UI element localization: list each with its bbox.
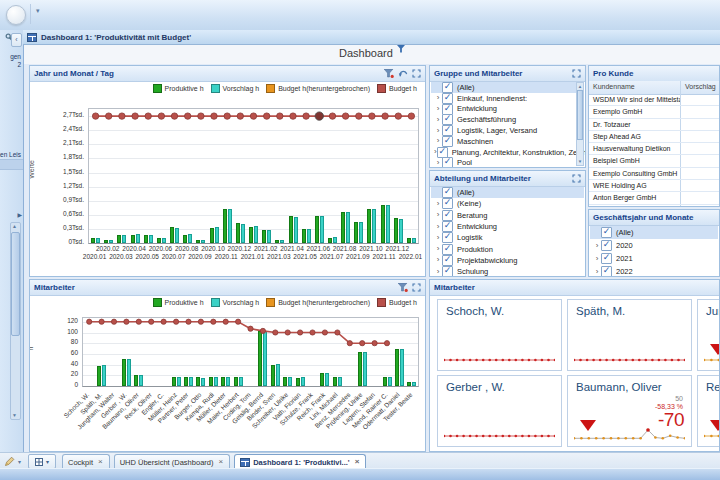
tab-list-button[interactable]: ▾ [28,454,56,469]
filter-icon[interactable] [398,283,408,292]
edit-pencil-icon[interactable] [3,455,16,468]
checkbox-checked[interactable]: ✓ [601,266,612,277]
expand-right-icon[interactable]: ▶ [17,211,22,218]
employee-card[interactable]: Gerber , W. [437,375,562,447]
employee-card[interactable]: Jungham, Walter [697,299,720,371]
checkbox-checked[interactable]: ✓ [601,253,612,264]
tree-item[interactable]: ›✓Entwicklung [431,104,576,115]
scroll-up-icon[interactable]: ▲ [577,83,583,90]
panel-header[interactable]: Mitarbeiter [430,280,719,296]
tree-item[interactable]: ›✓(Keine) [431,198,584,209]
tree-item[interactable]: ›✓Maschinen [431,136,576,147]
tab-uhd-übersicht-dashboard[interactable]: UHD Übersicht (Dashboard)× [114,454,230,469]
collapse-panel-button[interactable]: ‹ [11,33,22,47]
panel-mitarbeiter-cards: Mitarbeiter Schoch, W.Späth, M.Jungham, … [429,279,720,452]
x-axis-tick-label: 2020.04 [122,245,146,252]
checkbox-checked[interactable]: ✓ [442,266,453,277]
table-row[interactable]: Exemplo Consulting GmbH [589,168,719,180]
table-row[interactable]: Hausverwaltung Dietikon [589,143,719,155]
panel-header[interactable]: Geschäftsjahr und Monate [589,210,719,226]
edit-dropdown-icon[interactable]: ▾ [18,458,21,465]
legend-item: Produktive h [153,298,204,307]
tree-item[interactable]: ›✓2022 [590,265,718,277]
tree-item[interactable]: ›✓Geschäftsführung [431,114,576,125]
tree-item[interactable]: ›✓Schulung [431,266,584,277]
customer-name-cell: Exemplo GmbH [589,106,681,117]
close-icon[interactable]: × [98,458,103,466]
maximize-icon[interactable] [412,283,421,292]
maximize-icon[interactable] [572,174,581,183]
left-panel-scrollbar[interactable]: ▲ ▼ [10,222,21,420]
maximize-icon[interactable] [572,69,581,78]
tree-item-label: Entwicklung [457,104,497,113]
tree-item[interactable]: ›✓Projektabwicklung [431,255,584,266]
toolbar-dropdown-icon[interactable]: ▾ [36,7,40,15]
tab-cockpit[interactable]: Cockpit× [62,454,110,469]
tree-item[interactable]: ›✓Einkauf, Innendienst: [431,93,576,104]
y-axis-title: h [29,347,34,351]
tab-list-dropdown-icon: ▾ [46,458,49,465]
tree-item[interactable]: ›✓Logistik [431,232,584,243]
tree-item[interactable]: ›✓Entwicklung [431,221,584,232]
panel-header[interactable]: Jahr und Monat / Tag [30,66,425,82]
checkbox-checked[interactable]: ✓ [442,198,453,209]
scroll-down-icon[interactable]: ▼ [11,412,18,419]
filter-active-icon[interactable] [384,69,394,78]
y-axis-tick-label: 120 [36,317,78,324]
checkbox-checked[interactable]: ✓ [442,244,453,255]
tree-item[interactable]: ✓(Alle) [590,226,718,239]
tree-item[interactable]: ›✓2021 [590,252,718,265]
gruppe-scrollbar[interactable]: ▲ ▼ [576,82,584,166]
app-menu-button[interactable] [6,5,26,25]
chart-plot-area[interactable] [82,317,419,387]
tree-item[interactable]: ›✓2020 [590,239,718,252]
tree-item[interactable]: ›✓Pool [431,158,576,168]
filter-icon[interactable] [397,45,405,53]
dashboard-field-label[interactable]: Dashboard [339,47,393,59]
scroll-down-icon[interactable]: ▼ [577,158,583,165]
panel-header[interactable]: Mitarbeiter [30,280,425,296]
checkbox-checked[interactable]: ✓ [442,232,453,243]
employee-card[interactable]: Schoch, W. [437,299,562,371]
tree-item[interactable]: ✓(Alle) [431,82,576,93]
table-row[interactable]: Dr. Totzauer [589,119,719,131]
tree-item[interactable]: ›✓Logistik, Lager, Versand [431,125,576,136]
chart-plot-area[interactable] [88,108,419,244]
column-header-kundenname[interactable]: Kundenname [589,81,681,94]
tree-item[interactable]: ›✓Beratung [431,210,584,221]
table-row[interactable]: Exemplo GmbH [589,106,719,118]
selected-row-highlight[interactable] [0,159,23,170]
employee-card[interactable]: Reck, Oliver [697,375,720,447]
scroll-up-icon[interactable]: ▲ [11,223,18,230]
checkbox-checked[interactable]: ✓ [442,157,453,168]
employee-card[interactable]: Baumann, Oliver50-58,33 %-70 [567,375,692,447]
legend-label: Budget h(heruntergebrochen) [278,299,370,306]
scrollbar-thumb[interactable] [577,90,583,140]
checkbox-checked[interactable]: ✓ [601,240,612,251]
tree-item[interactable]: ›✓Planung, Architektur, Konstruktion, Ze… [431,147,576,158]
scrollbar-thumb[interactable] [11,232,20,336]
panel-header[interactable]: Pro Kunde [589,66,719,82]
panel-header[interactable]: Abteilung und Mitarbeiter [430,171,585,187]
left-collapsed-panel: ‹ gen 2 nen Leis ▶ ▲ ▼ [0,30,24,452]
dashboard-title: Dashboard 1: 'Produktivität mit Budget' [41,33,191,42]
tab-dashboard-1-produktivi[interactable]: Dashboard 1: 'Produktivi...'× [234,454,366,469]
table-row[interactable]: Anton Berger GmbH [589,192,719,204]
table-row[interactable]: Softwarekunde Zett AG [589,205,719,207]
tree-item[interactable]: ›✓Produktion [431,243,584,254]
table-row[interactable]: WSDM Wir sind der Mittelstand [589,94,719,106]
tree-item[interactable]: ✓(Alle) [431,187,584,198]
maximize-icon[interactable] [412,69,421,78]
table-row[interactable]: Step Ahead AG [589,131,719,143]
vorschlag-cell [681,131,719,142]
y-axis-tick-label: 40 [36,360,78,367]
undo-filter-icon[interactable] [398,69,408,78]
panel-header[interactable]: Gruppe und Mitarbeiter [430,66,585,82]
table-row[interactable]: WRE Holding AG [589,180,719,192]
employee-card[interactable]: Späth, M. [567,299,692,371]
table-row[interactable]: Beispiel GmbH [589,155,719,167]
column-header-vorschlag[interactable]: Vorschlag [681,81,719,94]
checkbox-checked[interactable]: ✓ [601,227,612,238]
close-icon[interactable]: × [218,458,223,466]
close-icon[interactable]: × [355,458,360,466]
